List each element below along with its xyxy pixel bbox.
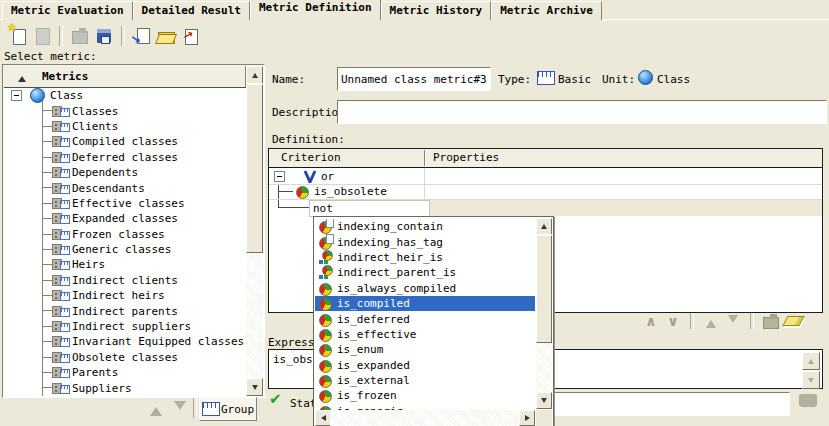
- toolbar-button[interactable]: [92, 24, 116, 48]
- scroll-down-button[interactable]: [536, 392, 552, 409]
- properties-column-header[interactable]: Properties: [433, 151, 499, 164]
- pie-icon: [319, 343, 332, 356]
- toolbar-button[interactable]: [6, 24, 30, 48]
- dropdown-item[interactable]: is_external: [315, 373, 535, 388]
- metric-tree-item[interactable]: Compiled classes: [4, 134, 246, 149]
- dropdown-item[interactable]: is_frozen: [315, 388, 535, 403]
- metric-name-input[interactable]: [337, 67, 491, 91]
- metric-tree-root-class[interactable]: Class: [4, 88, 246, 103]
- metric-tree-item[interactable]: Deferred classes: [4, 150, 246, 165]
- tab[interactable]: Detailed Result: [133, 1, 250, 20]
- criterion-row-is-obsolete[interactable]: is_obsolete: [269, 184, 822, 200]
- dropdown-item[interactable]: is_enum: [315, 342, 535, 357]
- pie-icon: [319, 389, 332, 402]
- dropdown-item[interactable]: is_effective: [315, 327, 535, 342]
- metric-tree-item[interactable]: Dependents: [4, 165, 246, 180]
- ruler-icon: [202, 402, 220, 416]
- criterion-row-or[interactable]: or: [269, 168, 822, 185]
- select-metric-label: Select metric:: [4, 50, 97, 63]
- duplicate-metric-icon: [32, 26, 52, 46]
- metric-tree-item[interactable]: Indirect suppliers: [4, 319, 246, 334]
- wrap-and-button[interactable]: ∧: [640, 312, 662, 330]
- metric-tree-items: Classes Clients Compiled classes Deferre…: [4, 103, 246, 396]
- scroll-up-button[interactable]: [536, 218, 552, 235]
- scrollbar-track[interactable]: [330, 410, 519, 426]
- scroll-up-button[interactable]: [246, 66, 263, 84]
- collapse-expander-icon[interactable]: [11, 90, 22, 101]
- metric-tree-item[interactable]: Parents: [4, 365, 246, 380]
- dropdown-item[interactable]: indexing_has_tag: [315, 234, 535, 249]
- metric-icon: [52, 212, 70, 225]
- metric-tree-item[interactable]: Clients: [4, 119, 246, 134]
- toolbar-button[interactable]: [154, 24, 178, 48]
- dropdown-item[interactable]: is_deferred: [315, 311, 535, 326]
- scroll-right-button[interactable]: [519, 410, 535, 426]
- toolbar-button[interactable]: [130, 24, 154, 48]
- criterion-row-not-editing[interactable]: not: [269, 199, 822, 216]
- scrollbar-corner: [536, 410, 552, 426]
- move-criterion-down-button[interactable]: [722, 312, 744, 330]
- metric-tree-item[interactable]: Classes: [4, 103, 246, 118]
- toolbar-button[interactable]: [30, 24, 54, 48]
- delete-criterion-button[interactable]: [760, 312, 782, 330]
- erase-criterion-button[interactable]: [782, 312, 804, 330]
- spin-down-button[interactable]: [802, 371, 820, 389]
- metric-tree-item[interactable]: Expanded classes: [4, 211, 246, 226]
- dropdown-item[interactable]: is_always_compiled: [315, 281, 535, 296]
- dropdown-vertical-scrollbar[interactable]: [536, 218, 552, 409]
- description-input[interactable]: [337, 100, 827, 124]
- metric-tree-item[interactable]: Indirect heirs: [4, 288, 246, 303]
- dropdown-item[interactable]: is_expanded: [315, 358, 535, 373]
- metric-list-scrollbar[interactable]: [246, 66, 263, 396]
- tab[interactable]: Metric Definition: [250, 0, 381, 20]
- scrollbar-thumb[interactable]: [246, 84, 263, 253]
- tree-branch-line: [42, 295, 52, 296]
- metric-tree-item[interactable]: Obsolete classes: [4, 350, 246, 365]
- metric-tree-item[interactable]: Invariant Equipped classes: [4, 334, 246, 349]
- metric-icon: [52, 182, 70, 195]
- metric-tree-item[interactable]: Heirs: [4, 257, 246, 272]
- tab[interactable]: Metric Archive: [491, 1, 602, 20]
- dropdown-item[interactable]: is_compiled: [315, 296, 535, 311]
- move-metric-down-button[interactable]: [170, 399, 190, 417]
- dropdown-horizontal-scrollbar[interactable]: [315, 410, 535, 426]
- criterion-dropdown: indexing_contain indexing_has_tag indire…: [313, 216, 554, 426]
- pie-icon: [319, 282, 332, 295]
- group-toggle-button[interactable]: Group: [199, 397, 257, 421]
- delete-metric-icon: [70, 26, 90, 46]
- wrap-or-button[interactable]: ∨: [662, 312, 684, 330]
- scroll-left-button[interactable]: [315, 410, 331, 426]
- metric-tree-item[interactable]: Descendants: [4, 180, 246, 195]
- metric-tree-item[interactable]: Suppliers: [4, 380, 246, 395]
- metric-tree-item[interactable]: Effective classes: [4, 196, 246, 211]
- scrollbar-thumb[interactable]: [536, 235, 552, 343]
- scroll-down-button[interactable]: [246, 378, 263, 396]
- metric-tree-item[interactable]: Indirect parents: [4, 303, 246, 318]
- arrow-down-icon: [252, 385, 258, 393]
- criterion-column-header[interactable]: Criterion: [281, 151, 341, 164]
- metric-tree-item[interactable]: Indirect clients: [4, 273, 246, 288]
- tree-branch-line: [42, 218, 52, 219]
- move-metric-up-button[interactable]: [146, 399, 166, 417]
- column-divider[interactable]: [424, 150, 425, 166]
- export-metrics-icon: [180, 26, 200, 46]
- dropdown-item[interactable]: indirect_heir_is: [315, 250, 535, 265]
- toolbar-button[interactable]: [178, 24, 202, 48]
- tab[interactable]: Metric Evaluation: [2, 1, 133, 20]
- dropdown-item[interactable]: indirect_parent_is: [315, 265, 535, 280]
- spin-up-button[interactable]: [802, 352, 820, 370]
- metric-tree-item[interactable]: Frozen classes: [4, 227, 246, 242]
- metric-tree-item[interactable]: Generic classes: [4, 242, 246, 257]
- metric-icon: [52, 335, 70, 348]
- arrow-up-icon: [541, 221, 547, 229]
- dropdown-item[interactable]: indexing_contain: [315, 219, 535, 234]
- criterion-edit-cell[interactable]: not: [309, 200, 430, 217]
- toolbar-button[interactable]: [68, 24, 92, 48]
- pie-arrows-icon: [319, 251, 332, 264]
- move-criterion-up-button[interactable]: [700, 312, 722, 330]
- collapse-expander-icon[interactable]: [274, 171, 285, 182]
- comment-icon[interactable]: [799, 394, 817, 407]
- metric-list-header[interactable]: Metrics: [4, 66, 246, 88]
- tab[interactable]: Metric History: [381, 1, 492, 20]
- metric-icon: [52, 382, 70, 395]
